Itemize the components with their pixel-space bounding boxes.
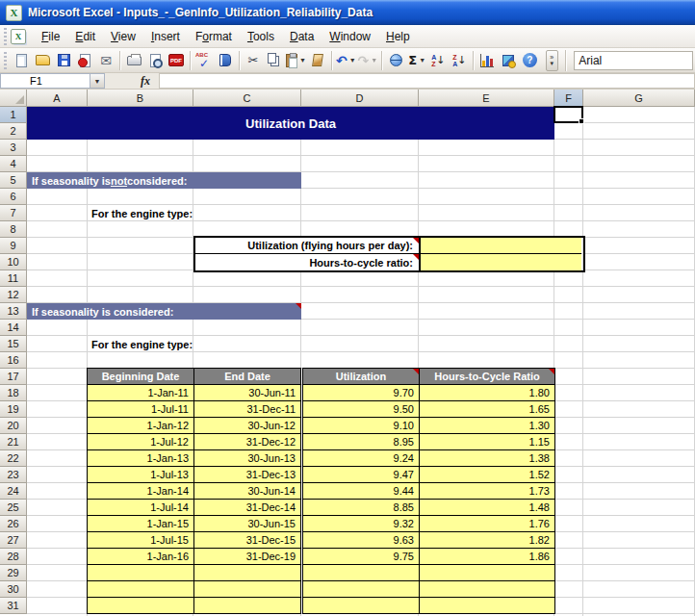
table-cell[interactable]: 9.63 <box>302 532 420 549</box>
table-cell[interactable]: 1.38 <box>420 450 555 467</box>
table-cell[interactable]: 9.32 <box>302 516 420 532</box>
formula-input[interactable] <box>159 73 695 89</box>
table-cell[interactable]: 9.24 <box>302 450 420 467</box>
table-cell[interactable] <box>302 581 420 598</box>
table-cell[interactable]: 8.95 <box>302 434 420 450</box>
menu-tools[interactable]: Tools <box>240 27 282 46</box>
table-cell[interactable]: 1.82 <box>420 532 555 549</box>
mail-icon[interactable]: ✉ <box>96 50 116 71</box>
row-header-22[interactable]: 22 <box>0 450 27 467</box>
table-cell[interactable] <box>194 598 302 614</box>
name-box[interactable]: F1 <box>0 73 90 89</box>
row-header-30[interactable]: 30 <box>0 581 27 598</box>
table-cell[interactable]: 1.30 <box>420 418 555 434</box>
table-cell[interactable] <box>194 565 302 581</box>
menu-format[interactable]: Format <box>188 27 240 46</box>
print-preview-icon[interactable] <box>145 50 165 71</box>
table-cell[interactable]: 9.10 <box>302 418 420 434</box>
row-header-13[interactable]: 13 <box>0 303 27 320</box>
column-header-d[interactable]: D <box>301 90 419 107</box>
selected-cell-f1[interactable] <box>553 106 583 123</box>
insert-function-button[interactable]: fx <box>132 73 159 89</box>
row-header-18[interactable]: 18 <box>0 385 27 401</box>
column-header-e[interactable]: E <box>419 90 554 107</box>
row-header-23[interactable]: 23 <box>0 467 27 483</box>
table-cell[interactable]: 1.80 <box>420 385 555 401</box>
table-cell[interactable]: 1.73 <box>420 483 555 500</box>
table-cell[interactable]: 1-Jan-14 <box>88 483 194 500</box>
redo-icon[interactable]: ↷▼ <box>358 50 378 71</box>
table-cell[interactable]: 9.70 <box>302 385 420 401</box>
section1-heading-cell[interactable]: If seasonality is not considered: <box>27 172 301 189</box>
new-document-icon[interactable] <box>12 50 31 71</box>
row-header-2[interactable]: 2 <box>0 123 27 140</box>
table-cell[interactable] <box>302 565 420 581</box>
cut-icon[interactable]: ✂ <box>244 50 263 71</box>
research-icon[interactable] <box>216 50 235 71</box>
table-header-end-date[interactable]: End Date <box>194 369 302 385</box>
row-header-10[interactable]: 10 <box>0 254 27 270</box>
row-header-19[interactable]: 19 <box>0 401 27 418</box>
row-header-21[interactable]: 21 <box>0 434 27 450</box>
row-header-6[interactable]: 6 <box>0 189 27 205</box>
table-cell[interactable]: 31-Dec-14 <box>194 500 302 516</box>
table-cell[interactable]: 31-Dec-15 <box>194 532 302 549</box>
table-cell[interactable] <box>194 581 302 598</box>
table-cell[interactable]: 30-Jun-13 <box>194 450 302 467</box>
pdf-icon[interactable]: PDF <box>167 50 186 71</box>
table-cell[interactable]: 1.86 <box>420 549 555 565</box>
font-name-combobox[interactable]: Arial <box>574 51 693 70</box>
table-cell[interactable]: 1-Jan-16 <box>88 549 194 565</box>
table-cell[interactable]: 30-Jun-15 <box>194 516 302 532</box>
paste-icon[interactable]: ▼ <box>286 50 306 71</box>
help-icon[interactable]: ? <box>520 50 539 71</box>
table-cell[interactable] <box>420 565 555 581</box>
permission-icon[interactable] <box>75 50 94 71</box>
column-header-g[interactable]: G <box>583 90 695 107</box>
row-header-4[interactable]: 4 <box>0 156 27 172</box>
row-header-5[interactable]: 5 <box>0 172 27 189</box>
table-cell[interactable]: 31-Dec-13 <box>194 467 302 483</box>
row-header-3[interactable]: 3 <box>0 140 27 156</box>
column-header-f[interactable]: F <box>554 90 583 107</box>
table-cell[interactable]: 31-Dec-11 <box>194 401 302 418</box>
table-cell[interactable]: 1-Jul-15 <box>88 532 194 549</box>
table-cell[interactable]: 9.75 <box>302 549 420 565</box>
table-cell[interactable] <box>420 598 555 614</box>
autosum-icon[interactable]: Σ▼ <box>407 50 426 71</box>
undo-icon[interactable]: ↶▼ <box>336 50 356 71</box>
table-cell[interactable]: 1-Jul-14 <box>88 500 194 516</box>
table-cell[interactable]: 1-Jan-12 <box>88 418 194 434</box>
table-cell[interactable]: 1-Jul-12 <box>88 434 194 450</box>
name-box-dropdown[interactable]: ▼ <box>90 73 105 89</box>
row-header-15[interactable]: 15 <box>0 336 27 352</box>
row-header-1[interactable]: 1 <box>0 107 27 123</box>
table-cell[interactable]: 9.50 <box>302 401 420 418</box>
row-header-25[interactable]: 25 <box>0 500 27 516</box>
menu-view[interactable]: View <box>103 27 143 46</box>
toolbar-options-icon[interactable]: »▾ <box>541 50 560 71</box>
print-icon[interactable] <box>124 50 143 71</box>
section2-heading-cell[interactable]: If seasonality is considered: <box>27 303 301 320</box>
table-cell[interactable]: 1-Jul-13 <box>88 467 194 483</box>
drawing-icon[interactable] <box>499 50 518 71</box>
table-cell[interactable]: 1.52 <box>420 467 555 483</box>
table-cell[interactable] <box>420 581 555 598</box>
table-cell[interactable]: 31-Dec-12 <box>194 434 302 450</box>
section2-engine-type-label[interactable]: For the engine type: <box>91 336 322 352</box>
hyperlink-icon[interactable] <box>386 50 405 71</box>
menu-help[interactable]: Help <box>378 27 418 46</box>
table-cell[interactable]: 9.47 <box>302 467 420 483</box>
menu-file[interactable]: File <box>34 27 67 46</box>
row-header-29[interactable]: 29 <box>0 565 27 581</box>
row-header-11[interactable]: 11 <box>0 270 27 287</box>
table-header-beginning-date[interactable]: Beginning Date <box>88 369 194 385</box>
hours-to-cycle-input-label[interactable]: Hours-to-cycle ratio: <box>195 254 419 270</box>
utilization-input-cell[interactable] <box>419 238 581 254</box>
hours-to-cycle-input-cell[interactable] <box>419 254 581 270</box>
table-cell[interactable]: 1-Jul-11 <box>88 401 194 418</box>
row-header-12[interactable]: 12 <box>0 287 27 303</box>
row-header-28[interactable]: 28 <box>0 549 27 565</box>
table-cell[interactable]: 1.48 <box>420 500 555 516</box>
row-header-27[interactable]: 27 <box>0 532 27 549</box>
